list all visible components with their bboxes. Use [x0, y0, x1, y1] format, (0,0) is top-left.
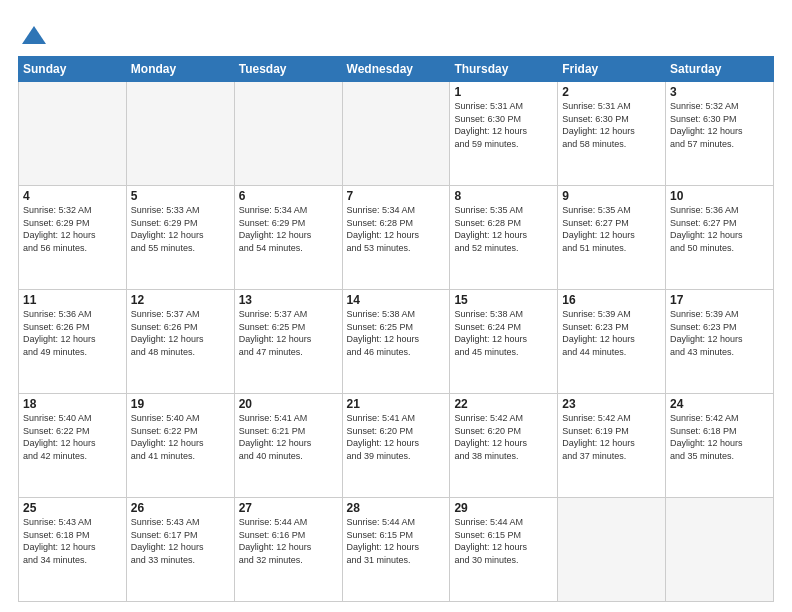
day-header-sunday: Sunday — [19, 57, 127, 82]
calendar-cell: 27Sunrise: 5:44 AM Sunset: 6:16 PM Dayli… — [234, 498, 342, 602]
calendar-cell: 4Sunrise: 5:32 AM Sunset: 6:29 PM Daylig… — [19, 186, 127, 290]
day-info: Sunrise: 5:37 AM Sunset: 6:25 PM Dayligh… — [239, 308, 338, 358]
day-info: Sunrise: 5:44 AM Sunset: 6:15 PM Dayligh… — [347, 516, 446, 566]
day-number: 8 — [454, 189, 553, 203]
day-number: 4 — [23, 189, 122, 203]
calendar-cell: 6Sunrise: 5:34 AM Sunset: 6:29 PM Daylig… — [234, 186, 342, 290]
day-info: Sunrise: 5:42 AM Sunset: 6:18 PM Dayligh… — [670, 412, 769, 462]
day-info: Sunrise: 5:31 AM Sunset: 6:30 PM Dayligh… — [562, 100, 661, 150]
calendar-cell: 10Sunrise: 5:36 AM Sunset: 6:27 PM Dayli… — [666, 186, 774, 290]
day-info: Sunrise: 5:32 AM Sunset: 6:29 PM Dayligh… — [23, 204, 122, 254]
day-info: Sunrise: 5:41 AM Sunset: 6:21 PM Dayligh… — [239, 412, 338, 462]
day-info: Sunrise: 5:40 AM Sunset: 6:22 PM Dayligh… — [23, 412, 122, 462]
calendar-cell: 26Sunrise: 5:43 AM Sunset: 6:17 PM Dayli… — [126, 498, 234, 602]
calendar-cell: 15Sunrise: 5:38 AM Sunset: 6:24 PM Dayli… — [450, 290, 558, 394]
page: SundayMondayTuesdayWednesdayThursdayFrid… — [0, 0, 792, 612]
calendar-cell: 16Sunrise: 5:39 AM Sunset: 6:23 PM Dayli… — [558, 290, 666, 394]
calendar-cell — [234, 82, 342, 186]
calendar-cell: 22Sunrise: 5:42 AM Sunset: 6:20 PM Dayli… — [450, 394, 558, 498]
day-number: 18 — [23, 397, 122, 411]
calendar-cell: 13Sunrise: 5:37 AM Sunset: 6:25 PM Dayli… — [234, 290, 342, 394]
day-number: 28 — [347, 501, 446, 515]
day-info: Sunrise: 5:39 AM Sunset: 6:23 PM Dayligh… — [670, 308, 769, 358]
day-number: 22 — [454, 397, 553, 411]
calendar-cell: 29Sunrise: 5:44 AM Sunset: 6:15 PM Dayli… — [450, 498, 558, 602]
calendar-week-row: 11Sunrise: 5:36 AM Sunset: 6:26 PM Dayli… — [19, 290, 774, 394]
calendar-table: SundayMondayTuesdayWednesdayThursdayFrid… — [18, 56, 774, 602]
day-number: 11 — [23, 293, 122, 307]
calendar-cell: 28Sunrise: 5:44 AM Sunset: 6:15 PM Dayli… — [342, 498, 450, 602]
calendar-week-row: 18Sunrise: 5:40 AM Sunset: 6:22 PM Dayli… — [19, 394, 774, 498]
calendar-week-row: 1Sunrise: 5:31 AM Sunset: 6:30 PM Daylig… — [19, 82, 774, 186]
day-number: 23 — [562, 397, 661, 411]
calendar-cell: 24Sunrise: 5:42 AM Sunset: 6:18 PM Dayli… — [666, 394, 774, 498]
day-number: 29 — [454, 501, 553, 515]
calendar-cell: 17Sunrise: 5:39 AM Sunset: 6:23 PM Dayli… — [666, 290, 774, 394]
day-number: 12 — [131, 293, 230, 307]
day-number: 25 — [23, 501, 122, 515]
day-number: 26 — [131, 501, 230, 515]
day-info: Sunrise: 5:32 AM Sunset: 6:30 PM Dayligh… — [670, 100, 769, 150]
day-number: 6 — [239, 189, 338, 203]
day-info: Sunrise: 5:31 AM Sunset: 6:30 PM Dayligh… — [454, 100, 553, 150]
calendar-cell: 12Sunrise: 5:37 AM Sunset: 6:26 PM Dayli… — [126, 290, 234, 394]
calendar-cell: 14Sunrise: 5:38 AM Sunset: 6:25 PM Dayli… — [342, 290, 450, 394]
calendar-cell — [666, 498, 774, 602]
day-header-thursday: Thursday — [450, 57, 558, 82]
calendar-week-row: 25Sunrise: 5:43 AM Sunset: 6:18 PM Dayli… — [19, 498, 774, 602]
day-number: 27 — [239, 501, 338, 515]
calendar-cell: 19Sunrise: 5:40 AM Sunset: 6:22 PM Dayli… — [126, 394, 234, 498]
calendar-cell: 11Sunrise: 5:36 AM Sunset: 6:26 PM Dayli… — [19, 290, 127, 394]
day-info: Sunrise: 5:34 AM Sunset: 6:29 PM Dayligh… — [239, 204, 338, 254]
day-number: 5 — [131, 189, 230, 203]
calendar-cell: 7Sunrise: 5:34 AM Sunset: 6:28 PM Daylig… — [342, 186, 450, 290]
day-header-wednesday: Wednesday — [342, 57, 450, 82]
logo — [18, 22, 48, 50]
day-info: Sunrise: 5:36 AM Sunset: 6:26 PM Dayligh… — [23, 308, 122, 358]
calendar-cell: 23Sunrise: 5:42 AM Sunset: 6:19 PM Dayli… — [558, 394, 666, 498]
day-info: Sunrise: 5:42 AM Sunset: 6:20 PM Dayligh… — [454, 412, 553, 462]
day-info: Sunrise: 5:43 AM Sunset: 6:18 PM Dayligh… — [23, 516, 122, 566]
calendar-cell: 1Sunrise: 5:31 AM Sunset: 6:30 PM Daylig… — [450, 82, 558, 186]
calendar-cell: 5Sunrise: 5:33 AM Sunset: 6:29 PM Daylig… — [126, 186, 234, 290]
day-info: Sunrise: 5:40 AM Sunset: 6:22 PM Dayligh… — [131, 412, 230, 462]
day-info: Sunrise: 5:33 AM Sunset: 6:29 PM Dayligh… — [131, 204, 230, 254]
day-info: Sunrise: 5:44 AM Sunset: 6:16 PM Dayligh… — [239, 516, 338, 566]
day-info: Sunrise: 5:36 AM Sunset: 6:27 PM Dayligh… — [670, 204, 769, 254]
day-number: 7 — [347, 189, 446, 203]
day-info: Sunrise: 5:41 AM Sunset: 6:20 PM Dayligh… — [347, 412, 446, 462]
calendar-cell: 2Sunrise: 5:31 AM Sunset: 6:30 PM Daylig… — [558, 82, 666, 186]
day-number: 21 — [347, 397, 446, 411]
calendar-cell — [558, 498, 666, 602]
calendar-cell: 9Sunrise: 5:35 AM Sunset: 6:27 PM Daylig… — [558, 186, 666, 290]
logo-icon — [20, 22, 48, 50]
day-info: Sunrise: 5:35 AM Sunset: 6:27 PM Dayligh… — [562, 204, 661, 254]
day-number: 20 — [239, 397, 338, 411]
calendar-header-row: SundayMondayTuesdayWednesdayThursdayFrid… — [19, 57, 774, 82]
day-number: 2 — [562, 85, 661, 99]
day-number: 16 — [562, 293, 661, 307]
day-number: 19 — [131, 397, 230, 411]
day-number: 24 — [670, 397, 769, 411]
calendar-week-row: 4Sunrise: 5:32 AM Sunset: 6:29 PM Daylig… — [19, 186, 774, 290]
day-number: 1 — [454, 85, 553, 99]
day-info: Sunrise: 5:35 AM Sunset: 6:28 PM Dayligh… — [454, 204, 553, 254]
day-number: 10 — [670, 189, 769, 203]
calendar-cell: 20Sunrise: 5:41 AM Sunset: 6:21 PM Dayli… — [234, 394, 342, 498]
day-number: 13 — [239, 293, 338, 307]
day-info: Sunrise: 5:37 AM Sunset: 6:26 PM Dayligh… — [131, 308, 230, 358]
calendar-cell — [126, 82, 234, 186]
day-number: 9 — [562, 189, 661, 203]
day-number: 15 — [454, 293, 553, 307]
day-info: Sunrise: 5:39 AM Sunset: 6:23 PM Dayligh… — [562, 308, 661, 358]
day-info: Sunrise: 5:44 AM Sunset: 6:15 PM Dayligh… — [454, 516, 553, 566]
day-info: Sunrise: 5:34 AM Sunset: 6:28 PM Dayligh… — [347, 204, 446, 254]
day-header-tuesday: Tuesday — [234, 57, 342, 82]
day-header-saturday: Saturday — [666, 57, 774, 82]
day-info: Sunrise: 5:43 AM Sunset: 6:17 PM Dayligh… — [131, 516, 230, 566]
calendar-cell — [19, 82, 127, 186]
day-header-friday: Friday — [558, 57, 666, 82]
day-info: Sunrise: 5:38 AM Sunset: 6:25 PM Dayligh… — [347, 308, 446, 358]
calendar-cell — [342, 82, 450, 186]
calendar-cell: 3Sunrise: 5:32 AM Sunset: 6:30 PM Daylig… — [666, 82, 774, 186]
